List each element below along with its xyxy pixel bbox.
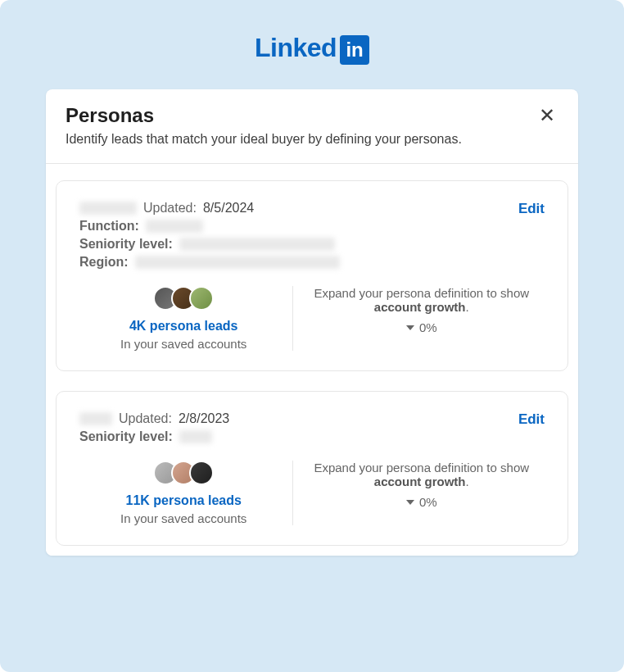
growth-percent: 0% — [308, 320, 535, 334]
region-value-redacted — [135, 256, 340, 269]
personas-panel: Personas Identify leads that match your … — [46, 89, 578, 556]
persona-leads-link[interactable]: 11K persona leads — [89, 493, 278, 508]
updated-prefix: Updated: — [119, 411, 172, 426]
seniority-line: Seniority level: — [79, 429, 229, 444]
updated-line: Updated: 2/8/2023 — [79, 411, 229, 426]
panel-header-text: Personas Identify leads that match your … — [66, 104, 462, 147]
leads-column: 11K persona leads In your saved accounts — [79, 461, 287, 525]
close-icon: ✕ — [539, 104, 555, 126]
seniority-label: Seniority level: — [79, 429, 173, 444]
function-value-redacted — [146, 220, 203, 233]
growth-text: Expand your persona definition to show a… — [308, 286, 535, 314]
card-stats: 4K persona leads In your saved accounts … — [79, 286, 545, 351]
logo-wrap: Linked in — [46, 33, 578, 63]
region-line: Region: — [79, 255, 340, 270]
card-meta: Updated: 8/5/2024 Function: Seniority le… — [79, 201, 340, 273]
caret-down-icon — [406, 325, 414, 330]
vertical-divider — [292, 461, 293, 525]
edit-button[interactable]: Edit — [518, 201, 545, 217]
region-label: Region: — [79, 255, 129, 270]
persona-name-redacted — [79, 412, 112, 425]
card-stats: 11K persona leads In your saved accounts… — [79, 461, 545, 525]
linkedin-logo: Linked in — [255, 33, 369, 63]
card-meta: Updated: 2/8/2023 Seniority level: — [79, 411, 229, 447]
app-canvas: Linked in Personas Identify leads that m… — [0, 0, 624, 672]
persona-card: Updated: 8/5/2024 Function: Seniority le… — [56, 180, 568, 371]
growth-value: 0% — [419, 495, 437, 509]
panel-header: Personas Identify leads that match your … — [46, 89, 578, 164]
persona-name-redacted — [79, 202, 137, 215]
close-button[interactable]: ✕ — [536, 104, 558, 127]
avatar-icon — [189, 286, 214, 311]
leads-subtext: In your saved accounts — [89, 511, 278, 525]
leads-column: 4K persona leads In your saved accounts — [79, 286, 287, 351]
updated-date: 2/8/2023 — [179, 411, 229, 426]
growth-text: Expand your persona definition to show a… — [308, 461, 535, 488]
caret-down-icon — [406, 500, 414, 505]
function-line: Function: — [79, 219, 340, 234]
updated-prefix: Updated: — [143, 201, 197, 216]
panel-subtitle: Identify leads that match your ideal buy… — [66, 132, 462, 147]
logo-text: Linked — [255, 33, 337, 63]
function-label: Function: — [79, 219, 139, 234]
updated-line: Updated: 8/5/2024 — [79, 201, 340, 216]
logo-in-badge: in — [340, 35, 369, 65]
growth-percent: 0% — [308, 495, 535, 509]
avatar-stack — [89, 286, 278, 311]
card-header: Updated: 8/5/2024 Function: Seniority le… — [79, 201, 545, 273]
avatar-stack — [89, 461, 278, 485]
seniority-line: Seniority level: — [79, 237, 340, 252]
seniority-label: Seniority level: — [79, 237, 173, 252]
seniority-value-redacted — [179, 238, 335, 251]
card-header: Updated: 2/8/2023 Seniority level: Edit — [79, 411, 545, 447]
panel-title: Personas — [66, 104, 462, 127]
avatar-icon — [189, 461, 214, 485]
persona-cards: Updated: 8/5/2024 Function: Seniority le… — [46, 164, 578, 556]
edit-button[interactable]: Edit — [518, 411, 545, 428]
persona-leads-link[interactable]: 4K persona leads — [89, 319, 278, 334]
seniority-value-redacted — [179, 430, 212, 443]
persona-card: Updated: 2/8/2023 Seniority level: Edit — [56, 391, 568, 546]
updated-date: 8/5/2024 — [203, 201, 254, 216]
growth-value: 0% — [419, 320, 437, 334]
leads-subtext: In your saved accounts — [89, 337, 278, 351]
growth-column: Expand your persona definition to show a… — [298, 286, 545, 351]
vertical-divider — [292, 286, 293, 351]
growth-column: Expand your persona definition to show a… — [298, 461, 545, 525]
